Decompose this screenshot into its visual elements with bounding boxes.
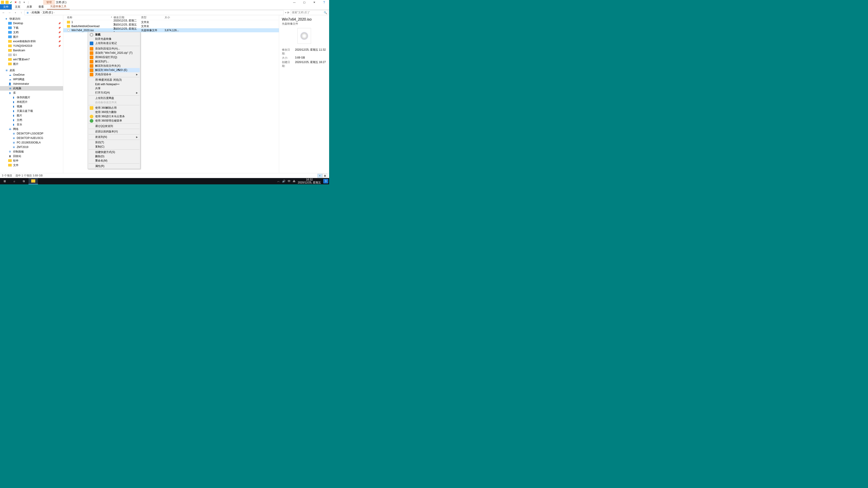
- tree-item-documents[interactable]: 文档📌: [0, 30, 63, 35]
- navigation-tree[interactable]: ★快速访问 Desktop📌 下载📌 文档📌 图片📌 excel表格制作求和📌 …: [0, 15, 63, 173]
- task-view-button[interactable]: ⧉: [19, 178, 29, 184]
- recent-dropdown[interactable]: ▾: [13, 10, 18, 15]
- menu-item[interactable]: 解压到当前文件夹(X): [88, 64, 140, 68]
- search-button[interactable]: ⌕: [9, 178, 19, 184]
- menu-item[interactable]: 装载: [88, 33, 140, 37]
- action-center-icon[interactable]: 3: [323, 179, 328, 184]
- breadcrumb[interactable]: 🖥 › 此电脑 › 文档 (E:) ›: [24, 10, 284, 15]
- menu-item[interactable]: 使用 360进行木马云查杀: [88, 114, 140, 119]
- menu-item[interactable]: Edit with Notepad++: [88, 82, 140, 86]
- search-input[interactable]: 搜索"文档 (E:)" 🔍: [291, 10, 328, 15]
- details-view-button[interactable]: ≡: [317, 174, 322, 178]
- tree-item-network[interactable]: 🖧网络: [0, 127, 63, 131]
- tree-item[interactable]: ▮文档: [0, 118, 63, 122]
- menu-item[interactable]: 使用 360强力删除: [88, 110, 140, 114]
- menu-item[interactable]: 上传到百度网盘: [88, 96, 140, 100]
- tree-item[interactable]: ▮音乐: [0, 122, 63, 127]
- explorer-taskbar-button[interactable]: [29, 178, 38, 184]
- menu-item[interactable]: 发送到(N)▶: [88, 135, 140, 139]
- tree-item-wps[interactable]: ☁WPS网盘: [0, 77, 63, 82]
- refresh-icon[interactable]: ⟳: [287, 11, 289, 14]
- network-icon[interactable]: 🖧: [293, 180, 296, 183]
- tab-home[interactable]: 主页: [12, 4, 24, 9]
- tree-item[interactable]: 图片: [0, 62, 63, 66]
- file-row[interactable]: 12020/12/15, 星期二 1...文件夹: [63, 20, 279, 24]
- tree-item[interactable]: excel表格制作求和📌: [0, 39, 63, 43]
- up-button[interactable]: ↑: [19, 10, 24, 15]
- tree-item[interactable]: 文件: [0, 163, 63, 167]
- chevron-right-icon[interactable]: ›: [41, 11, 41, 14]
- menu-item[interactable]: 添加到 "Win7x64_2020.zip" (T): [88, 51, 140, 55]
- forward-button[interactable]: →: [7, 10, 12, 15]
- file-row[interactable]: BaiduNetdiskDownload2020/12/25, 星期五 1...…: [63, 24, 279, 28]
- search-icon[interactable]: 🔍: [324, 11, 327, 14]
- maximize-button[interactable]: ▢: [299, 0, 309, 4]
- tree-item-desktop[interactable]: Desktop📌: [0, 21, 63, 26]
- tree-item[interactable]: ▮天翼云盘下载: [0, 109, 63, 113]
- menu-item[interactable]: 打开方式(H)▶: [88, 91, 140, 95]
- menu-item[interactable]: 还原以前的版本(V): [88, 129, 140, 134]
- menu-item[interactable]: 使用 360管理右键菜单: [88, 119, 140, 123]
- menu-item[interactable]: 用360压缩打开(Q): [88, 55, 140, 59]
- tree-item-control-panel[interactable]: ⚙控制面板: [0, 149, 63, 154]
- menu-item[interactable]: 重命名(M): [88, 159, 140, 163]
- minimize-button[interactable]: —: [289, 0, 299, 4]
- tree-item[interactable]: 🖥ZMT2019: [0, 145, 63, 149]
- tree-item[interactable]: 🖥DESKTOP-NJEU3CG: [0, 136, 63, 140]
- tray-overflow-icon[interactable]: ︿: [277, 180, 280, 183]
- menu-item[interactable]: 删除(D): [88, 154, 140, 159]
- tree-item-this-pc[interactable]: 🖥此电脑: [0, 86, 63, 91]
- tree-item[interactable]: ▮视频: [0, 104, 63, 109]
- menu-item[interactable]: 上传到有道云笔记: [88, 41, 140, 45]
- close-button[interactable]: ✕: [309, 0, 319, 4]
- tree-item[interactable]: YUNQISHI2019📌: [0, 43, 63, 48]
- tab-view[interactable]: 查看: [35, 4, 47, 9]
- menu-item[interactable]: 创建快捷方式(S): [88, 150, 140, 154]
- menu-item[interactable]: 通过QQ发送到: [88, 124, 140, 128]
- menu-item[interactable]: 剪切(T): [88, 140, 140, 144]
- help-icon[interactable]: ?: [319, 0, 329, 4]
- icons-view-button[interactable]: ▦: [322, 174, 327, 178]
- column-type[interactable]: 类型: [141, 15, 164, 20]
- tree-item[interactable]: 🖥PC-20190530OBLA: [0, 140, 63, 145]
- tree-item-user[interactable]: 👤Administrator: [0, 82, 63, 86]
- folder-icon[interactable]: [5, 1, 8, 4]
- tree-item-pictures[interactable]: 图片📌: [0, 35, 63, 39]
- volume-icon[interactable]: 🔊: [282, 180, 285, 183]
- menu-item[interactable]: 其他压缩命令▶: [88, 72, 140, 76]
- menu-item[interactable]: 使用 360解除占用: [88, 106, 140, 110]
- tree-item[interactable]: Bandicam: [0, 48, 63, 53]
- menu-item[interactable]: 用 蜂蜜浏览器 浏览(3): [88, 78, 140, 82]
- tree-item[interactable]: G:\: [0, 53, 63, 57]
- chevron-down-icon[interactable]: ▾: [24, 1, 27, 4]
- menu-item[interactable]: 刻录光盘映像: [88, 37, 140, 41]
- crumb-this-pc[interactable]: 此电脑: [32, 11, 40, 14]
- column-name[interactable]: 名称▴: [63, 15, 114, 20]
- menu-item[interactable]: 解压到 Win7x64_2020\ (E)↖: [88, 68, 140, 72]
- tree-item[interactable]: ▮本机照片: [0, 100, 63, 104]
- tree-item[interactable]: ▮保存的图片: [0, 95, 63, 100]
- tree-item[interactable]: ▮图片: [0, 113, 63, 118]
- menu-item[interactable]: 解压到(F)...: [88, 59, 140, 64]
- start-button[interactable]: ⊞: [0, 178, 9, 184]
- chevron-down-icon[interactable]: ▾: [285, 11, 286, 14]
- menu-item[interactable]: 属性(R): [88, 164, 140, 168]
- ime-indicator[interactable]: 中: [288, 180, 290, 183]
- tree-desktop[interactable]: 🖥桌面: [0, 68, 63, 72]
- tree-item-recycle[interactable]: 🗑回收站: [0, 154, 63, 158]
- tree-item[interactable]: win7重装win7: [0, 57, 63, 62]
- tree-quick-access[interactable]: ★快速访问: [0, 17, 63, 21]
- menu-item[interactable]: 共享: [88, 86, 140, 91]
- x-icon[interactable]: ✕: [14, 1, 18, 4]
- tree-item-onedrive[interactable]: ☁OneDrive: [0, 72, 63, 77]
- column-size[interactable]: 大小: [164, 15, 180, 20]
- back-button[interactable]: ←: [1, 10, 6, 15]
- tab-share[interactable]: 共享: [24, 4, 35, 9]
- chevron-right-icon[interactable]: ›: [30, 11, 31, 14]
- chevron-right-icon[interactable]: ›: [54, 11, 55, 14]
- print-icon[interactable]: ⎙: [19, 1, 22, 4]
- check-icon[interactable]: ✔: [10, 1, 13, 4]
- tab-file[interactable]: 文件: [0, 4, 12, 9]
- crumb-drive[interactable]: 文档 (E:): [42, 11, 53, 14]
- tree-item[interactable]: 软件: [0, 158, 63, 163]
